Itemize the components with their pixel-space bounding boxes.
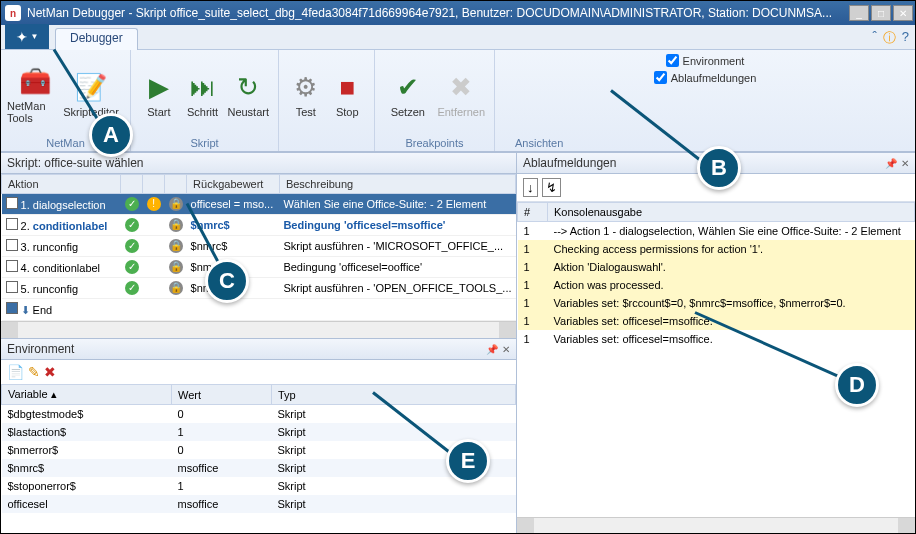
table-row[interactable]: 1Action was processed.	[518, 276, 915, 294]
panel-close-icon[interactable]: ✕	[502, 344, 510, 355]
breakpoint-remove-icon: ✖	[443, 70, 479, 106]
table-row[interactable]: officeselmsofficeSkript	[2, 495, 516, 513]
help-icon[interactable]: ?	[902, 29, 909, 47]
variables-table: Variable ▴ Wert Typ $dbgtestmode$0Skript…	[1, 384, 516, 513]
skript-h-scrollbar[interactable]	[1, 321, 516, 338]
edit-var-icon[interactable]: ✎	[28, 364, 40, 380]
neustart-button[interactable]: ↻Neustart	[224, 70, 272, 118]
environment-panel-header: Environment 📌✕	[1, 338, 516, 360]
tools-icon: 🧰	[17, 64, 53, 100]
table-row[interactable]: 1Variables set: $rccount$=0, $nmrc$=msof…	[518, 294, 915, 312]
play-icon: ▶	[141, 70, 177, 106]
setzen-button[interactable]: ✔Setzen	[381, 70, 435, 118]
ribbon-group-ansichten: Ansichten	[495, 137, 915, 151]
stop-icon: ■	[329, 70, 365, 106]
delete-var-icon[interactable]: ✖	[44, 364, 56, 380]
table-row[interactable]: 1Aktion 'Dialogauswahl'.	[518, 258, 915, 276]
table-row[interactable]: 1Variables set: officesel=msoffice.	[518, 330, 915, 348]
schritt-button[interactable]: ⏭Schritt	[181, 70, 225, 118]
start-button[interactable]: ▶Start	[137, 70, 181, 118]
ribbon-group-breakpoints: Breakpoints	[375, 137, 494, 151]
tab-debugger[interactable]: Debugger	[55, 28, 138, 50]
skript-panel-header: Skript: office-suite wählen	[1, 152, 516, 174]
log-table: # Konsolenausgabe 1--> Action 1 - dialog…	[517, 202, 915, 348]
log-clear-icon[interactable]: ↓	[523, 178, 538, 197]
test-icon: ⚙	[288, 70, 324, 106]
callout-d: D	[835, 363, 879, 407]
entfernen-button[interactable]: ✖Entfernen	[435, 70, 489, 118]
log-export-icon[interactable]: ↯	[542, 178, 561, 197]
table-row[interactable]: 4. conditionlabel✓🔒$nmrc$Bedingung 'offi…	[2, 257, 516, 278]
netman-tools-button[interactable]: 🧰NetMan Tools	[7, 64, 63, 124]
callout-e: E	[446, 439, 490, 483]
log-h-scrollbar[interactable]	[517, 517, 915, 534]
callout-a: A	[89, 113, 133, 157]
table-row[interactable]: $stoponerror$1Skript	[2, 477, 516, 495]
title-text: NetMan Debugger - Skript office_suite_se…	[27, 6, 849, 20]
ribbon-tab-bar: ✦▼ Debugger ˆ ⓘ ?	[1, 25, 915, 50]
pin-icon[interactable]: 📌	[486, 344, 498, 355]
new-var-icon[interactable]: 📄	[7, 364, 24, 380]
table-row[interactable]: 5. runconfig✓🔒$nmrc$Skript ausführen - '…	[2, 278, 516, 299]
environment-checkbox[interactable]: Environment	[666, 54, 745, 67]
table-row[interactable]: $nmrc$msofficeSkript	[2, 459, 516, 477]
ribbon-group-skript: Skript	[131, 137, 278, 151]
table-row[interactable]: 1--> Action 1 - dialogselection, Wählen …	[518, 222, 915, 241]
minimize-button[interactable]: _	[849, 5, 869, 21]
info-icon[interactable]: ⓘ	[883, 29, 896, 47]
environment-panel-title: Environment	[7, 342, 74, 356]
table-row[interactable]: $lastaction$1Skript	[2, 423, 516, 441]
collapse-ribbon-icon[interactable]: ˆ	[872, 29, 876, 47]
app-menu-orb[interactable]: ✦▼	[5, 24, 49, 49]
panel-close-icon[interactable]: ✕	[901, 158, 909, 169]
app-icon: n	[5, 5, 21, 21]
callout-b: B	[697, 146, 741, 190]
step-icon: ⏭	[185, 70, 221, 106]
test-button[interactable]: ⚙Test	[285, 70, 327, 118]
table-row[interactable]: 3. runconfig✓🔒$nmrc$Skript ausführen - '…	[2, 236, 516, 257]
table-row[interactable]: 1. dialogselection✓!🔒officesel = mso...W…	[2, 194, 516, 215]
restart-icon: ↻	[230, 70, 266, 106]
table-row[interactable]: 2. conditionlabel✓🔒$nmrc$Bedingung 'offi…	[2, 215, 516, 236]
pin-icon[interactable]: 📌	[885, 158, 897, 169]
breakpoint-set-icon: ✔	[390, 70, 426, 106]
close-button[interactable]: ✕	[893, 5, 913, 21]
ribbon: 🧰NetMan Tools 📝Skripteditor NetMan ▶Star…	[1, 50, 915, 152]
table-row[interactable]: 1Checking access permissions for action …	[518, 240, 915, 258]
table-row[interactable]: ⬇ End	[2, 299, 516, 321]
skript-panel-title: Skript: office-suite wählen	[7, 156, 144, 170]
log-panel-title: Ablaufmeldungen	[523, 156, 616, 170]
ablaufmeldungen-checkbox[interactable]: Ablaufmeldungen	[654, 71, 757, 84]
title-bar: n NetMan Debugger - Skript office_suite_…	[1, 1, 915, 25]
skript-actions-table: Aktion Rückgabewert Beschreibung 1. dial…	[1, 174, 516, 321]
table-row[interactable]: $dbgtestmode$0Skript	[2, 405, 516, 424]
callout-c: C	[205, 259, 249, 303]
stop-button[interactable]: ■Stop	[327, 70, 369, 118]
maximize-button[interactable]: □	[871, 5, 891, 21]
